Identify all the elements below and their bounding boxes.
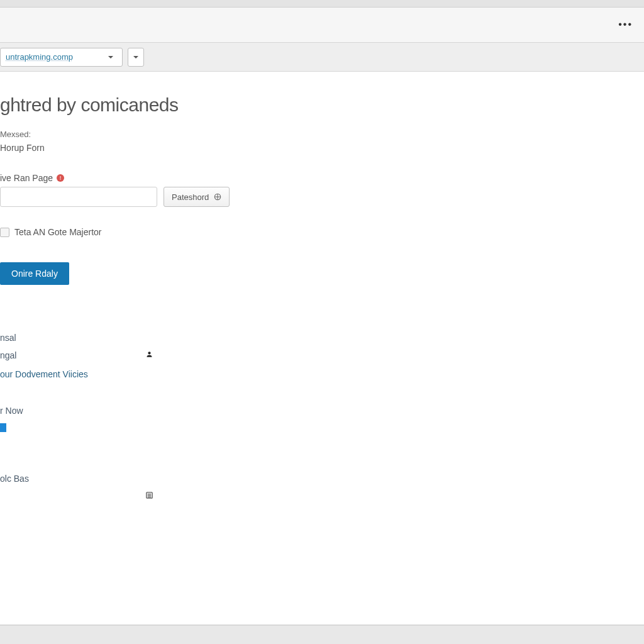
field-row: Pateshord [0, 187, 644, 207]
chevron-down-icon [103, 48, 118, 67]
list-item-label: nsal [0, 333, 16, 343]
list-item[interactable]: olc Bas [0, 470, 644, 487]
section-group-c: olc Bas [0, 470, 644, 505]
list-item-label: r Now [0, 406, 23, 416]
app-toolbar: ••• [0, 8, 644, 43]
list-item-label: ngal [0, 350, 16, 360]
domain-combo[interactable]: untrapkming.comp [0, 48, 123, 67]
field-label-row: ive Ran Page ! [0, 173, 644, 183]
meta-label: Mexsed: [0, 130, 644, 139]
primary-action-label: Onire Rdaly [11, 269, 58, 279]
list-item[interactable]: r Now [0, 402, 644, 419]
more-options-icon[interactable]: ••• [618, 19, 633, 30]
section-group-b: r Now [0, 402, 644, 435]
pateshord-button[interactable]: Pateshord [164, 187, 230, 207]
list-item[interactable] [0, 487, 644, 505]
pateshord-button-label: Pateshord [172, 192, 209, 202]
list-item[interactable]: our Dodvement Viicies [0, 364, 644, 379]
main-content: ghtred by comicaneds Mexsed: Horup Forn … [0, 72, 644, 625]
required-icon: ! [57, 174, 64, 182]
list-item[interactable]: nsal [0, 329, 644, 347]
field-label: ive Ran Page [0, 173, 53, 183]
domain-combo-value: untrapkming.comp [6, 52, 103, 62]
meta-sub: Horup Forn [0, 143, 644, 153]
list-item-label: our Dodvement Viicies [0, 369, 88, 379]
range-input[interactable] [0, 187, 157, 207]
checkbox-label: Teta AN Gote Majertor [14, 227, 102, 237]
indicator-icon [0, 423, 6, 432]
footer-strip [0, 625, 644, 638]
list-item-label: olc Bas [0, 474, 29, 484]
sub-toolbar: untrapkming.comp [0, 43, 644, 72]
primary-action-button[interactable]: Onire Rdaly [0, 262, 69, 285]
checkbox-row[interactable]: Teta AN Gote Majertor [0, 227, 644, 237]
list-icon [145, 491, 153, 501]
section-group-a: nsal ngal our Dodvement Viicies [0, 329, 644, 379]
checkbox-icon[interactable] [0, 228, 9, 237]
person-icon [145, 350, 153, 360]
window-top-strip [0, 0, 644, 8]
page-title: ghtred by comicaneds [0, 94, 644, 116]
dropdown-extra-button[interactable] [128, 48, 144, 67]
list-item[interactable]: ngal [0, 347, 644, 364]
